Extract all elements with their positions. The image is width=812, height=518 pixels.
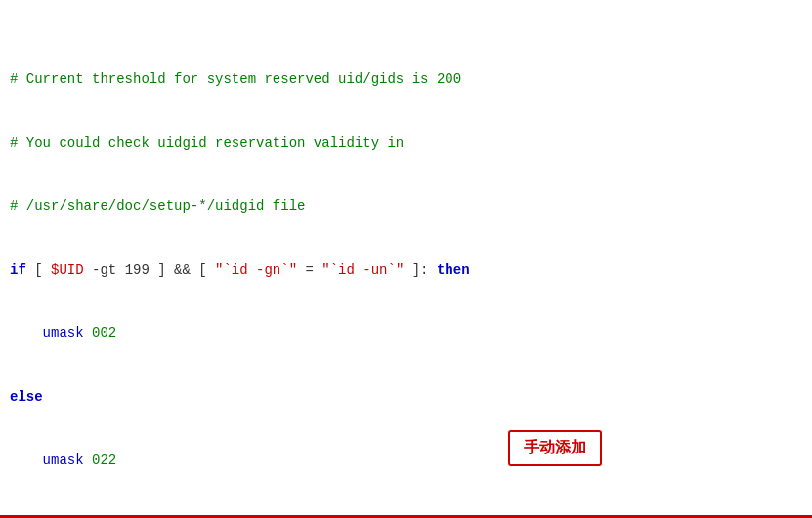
keyword-umask2: umask: [43, 453, 84, 468]
line-1: # Current threshold for system reserved …: [10, 69, 802, 91]
line-5: umask 002: [10, 324, 802, 345]
code-editor: # Current threshold for system reserved …: [0, 0, 812, 518]
comment-2: # You could check uidgid reservation val…: [10, 135, 404, 151]
comment-1: # Current threshold for system reserved …: [10, 71, 461, 87]
line-6: else: [10, 387, 802, 409]
keyword-else: else: [10, 389, 43, 405]
comment-3: # /usr/share/doc/setup-*/uidgid file: [10, 198, 305, 214]
annotation-text: 手动添加: [524, 439, 586, 455]
line-7: umask 022: [10, 451, 802, 472]
annotation-manual-add: 手动添加: [508, 430, 602, 466]
line-2: # You could check uidgid reservation val…: [10, 133, 802, 154]
line-3: # /usr/share/doc/setup-*/uidgid file: [10, 196, 802, 218]
keyword-umask: umask: [43, 325, 84, 341]
line-4: if [ $UID -gt 199 ] && [ "`id -gn`" = "`…: [10, 260, 802, 281]
keyword-if: if: [10, 262, 26, 278]
